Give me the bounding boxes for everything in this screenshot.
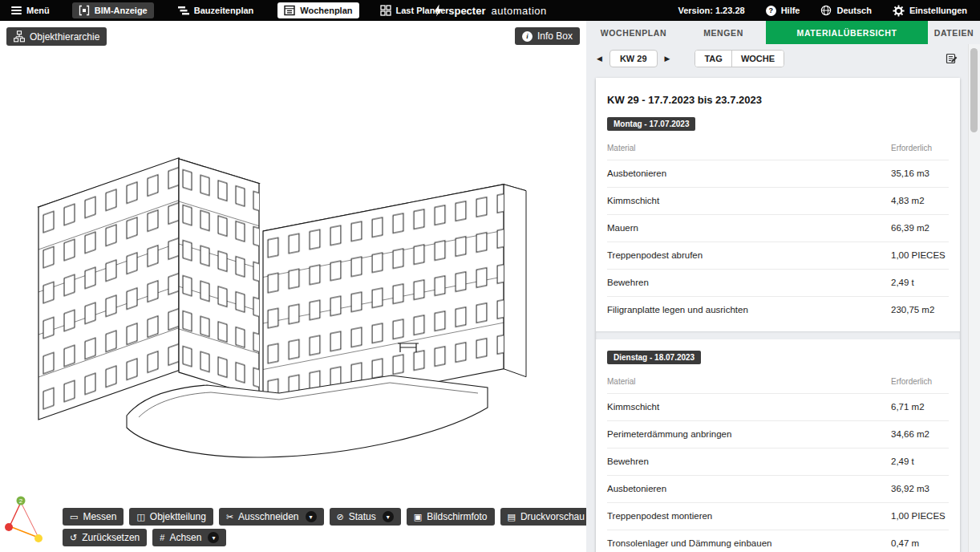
bildschirmfoto-button[interactable]: ▣Bildschirmfoto <box>407 508 495 526</box>
column-header: Material <box>607 370 891 394</box>
material-name: Mauern <box>607 215 891 242</box>
tab-mengen[interactable]: MENGEN <box>681 21 766 44</box>
toggle-woche[interactable]: WOCHE <box>732 51 784 67</box>
bim-model[interactable] <box>14 111 568 488</box>
column-header: Erforderlich <box>891 136 949 160</box>
material-table: MaterialErforderlichKimmschicht6,71 m2Pe… <box>607 370 949 552</box>
info-box-button[interactable]: i Info Box <box>515 27 580 45</box>
nav-label: BIM-Anzeige <box>95 6 148 15</box>
tab-dateien[interactable]: DATEIEN <box>928 21 980 44</box>
day-sections: Montag - 17.07.2023MaterialErforderlichA… <box>607 116 949 552</box>
day-week-toggle: TAG WOCHE <box>695 50 784 67</box>
material-row: Bewehren2,49 t <box>607 448 949 476</box>
settings-label: Einstellungen <box>909 6 967 15</box>
material-name: Perimeterdämmung anbringen <box>607 421 891 448</box>
material-name: Kimmschicht <box>607 394 891 421</box>
messen-button[interactable]: ▭Messen <box>63 508 124 526</box>
toggle-tag[interactable]: TAG <box>695 51 731 67</box>
edit-plan-icon <box>946 52 958 65</box>
week-controls: ◀ KW 29 ▶ TAG WOCHE <box>586 44 968 73</box>
side-panel: WOCHENPLAN MENGEN MATERIALÜBERSICHT DATE… <box>586 21 980 552</box>
gantt-icon <box>178 5 189 16</box>
material-row: Kimmschicht6,71 m2 <box>607 394 949 421</box>
tool-label: Achsen <box>169 532 201 543</box>
material-row: Ausbetonieren35,16 m3 <box>607 160 949 188</box>
status-icon: ⊘ <box>337 513 344 522</box>
chevron-down-icon[interactable]: ▾ <box>208 532 219 543</box>
main-menu-button[interactable]: Menü <box>11 6 50 15</box>
svg-text:2: 2 <box>19 497 23 505</box>
object-split-icon: ◫ <box>136 513 144 522</box>
material-quantity: 66,39 m2 <box>891 215 949 242</box>
tool-label: Status <box>349 511 376 522</box>
tool-label: Ausschneiden <box>238 511 298 522</box>
tab-wochenplan[interactable]: WOCHENPLAN <box>586 21 681 44</box>
chevron-down-icon[interactable]: ▾ <box>383 511 394 522</box>
grid-icon <box>380 5 391 16</box>
material-row: Treppenpodest abrufen1,00 PIECES <box>607 242 949 270</box>
axis-z-handle <box>34 534 43 542</box>
material-quantity: 36,92 m3 <box>891 476 949 503</box>
brand-light: automation <box>491 5 546 17</box>
nav-wochenplan[interactable]: Wochenplan <box>277 2 358 18</box>
week-next-button[interactable]: ▶ <box>662 54 673 64</box>
week-prev-button[interactable]: ◀ <box>594 54 605 64</box>
material-name: Bewehren <box>607 448 891 476</box>
material-quantity: 2,49 t <box>891 448 949 476</box>
material-quantity: 2,49 t <box>891 270 949 297</box>
material-name: Ausbetonieren <box>607 160 891 188</box>
week-label-chip[interactable]: KW 29 <box>609 50 658 67</box>
material-quantity: 0,47 m <box>891 530 949 552</box>
nav-label: Bauzeitenplan <box>194 6 254 15</box>
druckvorschau-button[interactable]: ▤Druckvorschau▾ <box>500 508 586 526</box>
bim-view-icon <box>79 5 90 16</box>
material-row: Ausbetonieren36,92 m3 <box>607 476 949 503</box>
nav-bauzeitenplan[interactable]: Bauzeitenplan <box>178 5 254 16</box>
info-icon: i <box>522 31 533 42</box>
material-row: Perimeterdämmung anbringen34,66 m2 <box>607 421 949 448</box>
measure-icon: ▭ <box>70 513 78 522</box>
brand-bold: specter <box>448 5 485 17</box>
tab-materialuebersicht[interactable]: MATERIALÜBERSICHT <box>766 21 928 44</box>
help-button[interactable]: ? Hilfe <box>766 6 800 16</box>
material-table: MaterialErforderlichAusbetonieren35,16 m… <box>607 136 949 323</box>
chevron-down-icon[interactable]: ▾ <box>306 511 317 522</box>
reset-icon: ↺ <box>70 534 77 542</box>
object-hierarchy-label: Objekthierarchie <box>30 31 99 43</box>
material-name: Ausbetonieren <box>607 476 891 503</box>
material-name: Filigranplatte legen und ausrichten <box>607 297 891 324</box>
nav-bim-anzeige[interactable]: BIM-Anzeige <box>72 2 154 18</box>
object-hierarchy-button[interactable]: Objekthierarchie <box>6 27 107 46</box>
material-quantity: 1,00 PIECES <box>891 242 949 270</box>
ausschneiden-button[interactable]: ✂Ausschneiden▾ <box>219 508 324 526</box>
settings-button[interactable]: Einstellungen <box>893 5 967 17</box>
tool-label: Zurücksetzen <box>82 532 140 543</box>
cut-icon: ✂ <box>226 513 233 522</box>
achsen-button[interactable]: #Achsen▾ <box>152 529 226 546</box>
zurücksetzen-button[interactable]: ↺Zurücksetzen <box>63 529 147 546</box>
help-label: Hilfe <box>781 6 800 15</box>
language-button[interactable]: Deutsch <box>820 5 871 16</box>
material-row: Kimmschicht4,83 m2 <box>607 188 949 215</box>
status-button[interactable]: ⊘Status▾ <box>330 508 401 526</box>
day-section: Dienstag - 18.07.2023MaterialErforderlic… <box>607 349 949 552</box>
tool-label: Druckvorschau <box>520 511 585 522</box>
scrollbar-thumb[interactable] <box>970 48 978 132</box>
material-overview-scroll[interactable]: KW 29 - 17.7.2023 bis 23.7.2023 Montag -… <box>586 73 968 552</box>
day-section: Montag - 17.07.2023MaterialErforderlichA… <box>607 116 949 331</box>
panel-scrollbar[interactable] <box>968 44 980 552</box>
material-row: Mauern66,39 m2 <box>607 215 949 242</box>
material-name: Treppenpodest montieren <box>607 503 891 530</box>
week-heading: KW 29 - 17.7.2023 bis 23.7.2023 <box>607 78 949 116</box>
objektteilung-button[interactable]: ◫Objektteilung <box>129 508 213 526</box>
axis-gizmo[interactable]: 2 <box>2 489 50 547</box>
material-row: Tronsolenlager und Dämmung einbauen0,47 … <box>607 530 949 552</box>
edit-plan-button[interactable] <box>944 51 960 67</box>
weekplan-icon <box>284 5 295 16</box>
app-window: Menü BIM-Anzeige Bauzeitenplan Wochenpla… <box>0 0 980 552</box>
material-name: Kimmschicht <box>607 188 891 215</box>
panel-tabs: WOCHENPLAN MENGEN MATERIALÜBERSICHT DATE… <box>586 21 980 44</box>
bim-viewport[interactable]: Objekthierarchie i Info Box <box>0 21 586 552</box>
version-label: Version: 1.23.28 <box>678 6 744 15</box>
menu-label: Menü <box>26 6 50 15</box>
